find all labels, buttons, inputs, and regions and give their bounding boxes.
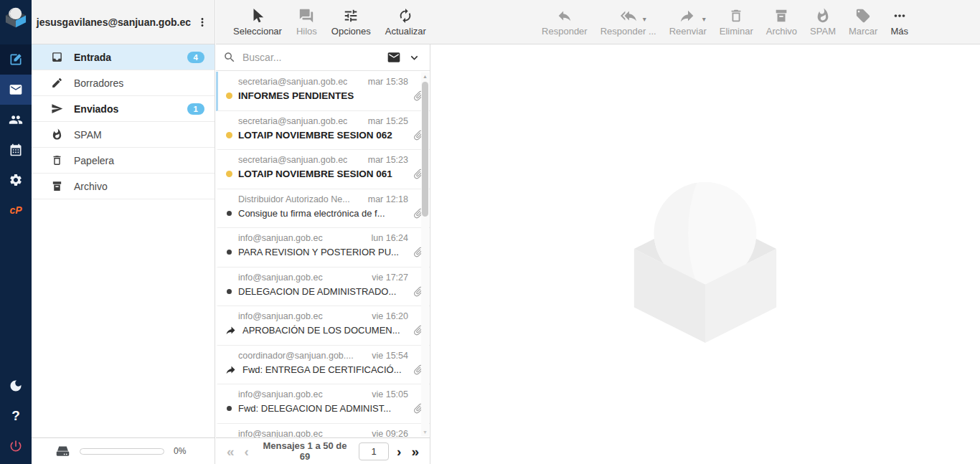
message-time: lun 16:24: [372, 233, 408, 243]
spam-button[interactable]: SPAM: [810, 8, 836, 37]
sidebar-item-archive[interactable]: Archivo: [32, 174, 215, 199]
first-page-icon[interactable]: «: [225, 445, 237, 458]
sidebar-item-sent[interactable]: Enviados 1: [32, 96, 215, 122]
search-input[interactable]: [242, 52, 380, 63]
chevron-down-icon[interactable]: ▾: [643, 15, 646, 23]
folder-list: Entrada 4 Borradores Enviados 1 SPAM Pap…: [32, 44, 215, 437]
prev-page-icon[interactable]: ‹: [242, 445, 251, 458]
read-dot-icon: [227, 250, 232, 255]
message-row[interactable]: info@sanjuan.gob.ecvie 17:27 DELEGACION …: [216, 267, 430, 307]
unread-count-badge: 4: [187, 52, 204, 63]
compose-icon[interactable]: [0, 44, 32, 75]
list-scrollbar[interactable]: ▲ ▼: [421, 72, 429, 436]
forwarded-icon: [226, 325, 237, 336]
options-button[interactable]: Opciones: [331, 8, 371, 37]
send-icon: [51, 103, 63, 115]
account-menu-icon[interactable]: [196, 16, 209, 29]
contacts-icon[interactable]: [0, 105, 32, 135]
sidebar-item-trash[interactable]: Papelera: [32, 148, 215, 174]
envelope-icon[interactable]: [387, 50, 401, 65]
trash-icon: [51, 154, 63, 166]
message-subject: Fwd: ENTREGA DE CERTIFICACIÓ...: [242, 364, 408, 375]
quota-percent: 0%: [174, 446, 186, 456]
unread-dot-icon: [226, 171, 232, 177]
message-sender: info@sanjuan.gob.ec: [238, 429, 323, 438]
toolbar-right-group: Responder ▾ Responder ... ▾ Reenviar Eli…: [542, 8, 908, 37]
forward-icon: ▾: [680, 8, 696, 24]
threads-button[interactable]: Hilos: [296, 8, 317, 37]
message-time: vie 17:27: [372, 273, 408, 283]
cpanel-icon[interactable]: cP: [0, 195, 32, 225]
calendar-icon[interactable]: [0, 135, 32, 165]
message-list-column: secretaria@sanjuan.gob.ecmar 15:38 INFOR…: [216, 44, 430, 464]
message-row[interactable]: info@sanjuan.gob.ecvie 15:05 Fwd: DELEGA…: [216, 384, 430, 424]
flame-icon: [51, 128, 63, 141]
unread-dot-icon: [226, 132, 232, 138]
message-subject: PARA REVISION Y POSTERIOR PU...: [238, 247, 408, 257]
delete-button[interactable]: Eliminar: [720, 8, 753, 37]
message-subject: Fwd: DELEGACION DE ADMINIST...: [238, 403, 408, 414]
message-row[interactable]: secretaria@sanjuan.gob.ecmar 15:25 LOTAI…: [216, 111, 430, 151]
unread-dot-icon: [226, 93, 232, 99]
message-time: mar 15:25: [368, 116, 408, 126]
message-row[interactable]: secretaria@sanjuan.gob.ecmar 15:23 LOTAI…: [216, 150, 430, 189]
help-icon[interactable]: ?: [0, 401, 32, 431]
sidebar-item-inbox[interactable]: Entrada 4: [32, 44, 215, 70]
message-row[interactable]: info@sanjuan.gob.ecvie 09:26: [216, 424, 430, 438]
message-toolbar: Seleccionar Hilos Opciones Actualizar Re…: [216, 0, 980, 44]
message-sender: info@sanjuan.gob.ec: [238, 311, 323, 321]
app-logo[interactable]: [0, 0, 32, 33]
pencil-icon: [51, 77, 63, 89]
message-time: vie 15:05: [372, 389, 408, 399]
pagination-bar: « ‹ Mensajes 1 a 50 de 69 › »: [216, 437, 430, 464]
cursor-icon: [250, 8, 265, 24]
refresh-button[interactable]: Actualizar: [385, 8, 426, 37]
logout-icon[interactable]: [0, 431, 32, 461]
unread-count-badge: 1: [187, 103, 204, 115]
reply-all-button[interactable]: ▾ Responder ...: [600, 8, 656, 37]
options-icon: [343, 8, 359, 24]
mail-icon[interactable]: [0, 75, 32, 105]
scroll-down-icon[interactable]: ▼: [421, 430, 429, 435]
dark-mode-icon[interactable]: [0, 371, 32, 401]
forward-button[interactable]: ▾ Reenviar: [669, 8, 707, 37]
scrollbar-thumb[interactable]: [422, 82, 428, 217]
chevron-down-icon[interactable]: ▾: [702, 15, 706, 23]
message-time: vie 15:54: [372, 351, 408, 361]
page-number-input[interactable]: [359, 442, 389, 460]
quota-bar: [80, 448, 164, 455]
message-row[interactable]: Distribuidor Autorizado Ne...mar 12:18 C…: [216, 189, 430, 229]
reply-all-icon: ▾: [621, 8, 636, 24]
message-subject: DELEGACION DE ADMINISTRADO...: [238, 286, 408, 297]
message-sender: coordinador@sanjuan.gob....: [238, 351, 354, 361]
message-time: vie 09:26: [372, 429, 408, 438]
archive-button[interactable]: Archivo: [766, 8, 797, 37]
sidebar-item-drafts[interactable]: Borradores: [32, 70, 215, 96]
threads-icon: [298, 8, 314, 24]
tag-icon: [855, 8, 871, 24]
settings-icon[interactable]: [0, 165, 32, 195]
message-sender: secretaria@sanjuan.gob.ec: [238, 116, 347, 126]
logo-icon: [4, 6, 28, 28]
message-row[interactable]: coordinador@sanjuan.gob....vie 15:54 Fwd…: [216, 346, 430, 385]
reply-button[interactable]: Responder: [542, 8, 588, 37]
chevron-down-icon[interactable]: [407, 51, 421, 65]
hard-drive-icon: [55, 444, 70, 459]
select-button[interactable]: Seleccionar: [233, 8, 282, 37]
quota-indicator: 0%: [32, 437, 215, 464]
more-button[interactable]: Más: [890, 8, 908, 37]
message-row[interactable]: info@sanjuan.gob.eclun 16:24 PARA REVISI…: [216, 228, 430, 267]
last-page-icon[interactable]: »: [409, 445, 421, 458]
sidebar-item-spam[interactable]: SPAM: [32, 122, 215, 148]
search-bar: [216, 44, 430, 71]
account-email[interactable]: jesusgavilanes@sanjuan.gob.ec: [37, 16, 191, 28]
message-row[interactable]: secretaria@sanjuan.gob.ecmar 15:38 INFOR…: [216, 72, 430, 111]
scroll-up-icon[interactable]: ▲: [421, 74, 429, 79]
message-sender: secretaria@sanjuan.gob.ec: [238, 77, 347, 87]
next-page-icon[interactable]: ›: [395, 445, 403, 458]
archive-icon: [51, 180, 63, 192]
flag-button[interactable]: Marcar: [849, 8, 877, 37]
message-row[interactable]: info@sanjuan.gob.ecvie 16:20 APROBACIÓN …: [216, 306, 430, 346]
read-dot-icon: [227, 289, 232, 294]
search-icon: [223, 51, 236, 64]
